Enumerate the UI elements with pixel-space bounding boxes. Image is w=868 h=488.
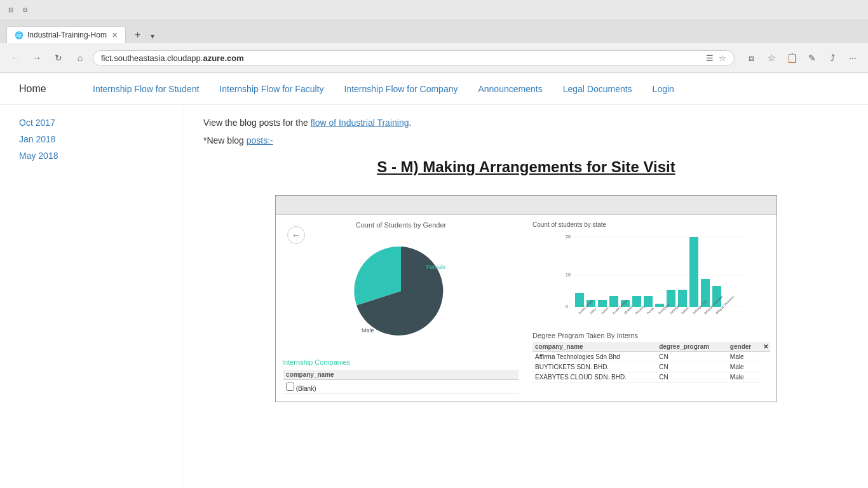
x-label-2: Johor xyxy=(588,306,597,315)
y-label-10: 10 xyxy=(566,273,571,277)
nav-link-company[interactable]: Internship Flow for Company xyxy=(334,74,468,104)
female-label: Female xyxy=(426,264,445,270)
gender-3: Male xyxy=(728,372,761,383)
sidebar-link-jan2018[interactable]: Jan 2018 xyxy=(19,134,165,144)
sidebar: Oct 2017 Jan 2018 May 2018 xyxy=(0,105,184,486)
degree-row-1: Affirma Technologies Sdn Bhd CN Male xyxy=(532,352,770,362)
address-bar-icons: ☰ ☆ xyxy=(706,53,726,63)
url-bold: azure.com xyxy=(203,53,243,63)
task-view-icon: ⧉ xyxy=(20,6,29,15)
new-blog-link[interactable]: posts:- xyxy=(247,135,273,146)
x-label-3: Kedah xyxy=(600,306,609,315)
col-company-name: company_name xyxy=(283,370,519,380)
favorites-toolbar-icon[interactable]: ☆ xyxy=(763,49,780,67)
right-panel: Count of students by state 20 10 0 xyxy=(532,221,770,395)
blog-intro: View the blog posts for the flow of Indu… xyxy=(203,118,849,128)
bar-3 xyxy=(598,300,607,307)
pen-icon[interactable]: ✎ xyxy=(803,49,821,67)
table-row: (Blank) xyxy=(283,381,519,394)
dashboard-header xyxy=(276,196,776,215)
active-tab[interactable]: 🌐 Industrial-Training-Hom ✕ xyxy=(6,26,126,43)
window-controls: ⊟ ⧉ xyxy=(6,6,29,15)
new-blog-prefix: *New blog xyxy=(203,135,247,146)
x-label-7: Perak xyxy=(646,306,654,315)
bar-11 xyxy=(689,237,698,307)
company-3: EXABYTES CLOUD SDN. BHD. xyxy=(532,372,656,383)
more-icon[interactable]: ··· xyxy=(844,49,862,67)
split-view-icon[interactable]: ⧈ xyxy=(742,49,760,67)
reader-icon[interactable]: ☰ xyxy=(706,53,714,63)
male-label: Male xyxy=(362,327,374,334)
degree-table: company_name degree_program gender ✕ Aff… xyxy=(532,342,770,383)
internship-table: company_name (Blank) xyxy=(282,369,520,395)
site-logo: Home xyxy=(19,83,57,95)
favorites-icon[interactable]: ☆ xyxy=(719,53,726,63)
window-icon: ⊟ xyxy=(6,6,15,15)
toolbar-icons: ⧈ ☆ 📋 ✎ ⤴ ··· xyxy=(742,49,862,67)
intro-link[interactable]: flow of Industrial Training xyxy=(311,118,409,128)
x-label-10: Sabah xyxy=(680,306,689,315)
nav-link-legal[interactable]: Legal Documents xyxy=(553,74,642,104)
degree-row-2: BUYTICKETS SDN. BHD. CN Male xyxy=(532,362,770,372)
address-bar[interactable]: fict.southeastasia.cloudapp.azure.com ☰ … xyxy=(93,50,735,66)
home-button[interactable]: ⌂ xyxy=(71,49,89,67)
bar-4 xyxy=(609,296,618,307)
sidebar-link-may2018[interactable]: May 2018 xyxy=(19,151,165,161)
col-gender: gender xyxy=(728,342,761,352)
nav-item-faculty[interactable]: Internship Flow for Faculty xyxy=(209,74,334,104)
blank-checkbox[interactable] xyxy=(286,383,294,391)
company-2: BUYTICKETS SDN. BHD. xyxy=(532,362,656,372)
col-close: ✕ xyxy=(761,342,770,352)
internship-table-section: Internship Companies company_name xyxy=(282,358,520,395)
tab-list-button[interactable]: ▾ xyxy=(146,29,159,43)
col-degree: degree_program xyxy=(656,342,728,352)
tab-favicon: 🌐 xyxy=(15,31,24,39)
col-company: company_name xyxy=(532,342,656,352)
gender-1: Male xyxy=(728,352,761,362)
pie-chart-svg: Female Male xyxy=(337,234,465,348)
tab-bar: 🌐 Industrial-Training-Hom ✕ + ▾ xyxy=(0,20,868,43)
back-button[interactable]: ← xyxy=(6,49,24,67)
browser-chrome: ⊟ ⧉ 🌐 Industrial-Training-Hom ✕ + ▾ ← → … xyxy=(0,0,868,73)
pie-chart-title: Count of Students by Gender xyxy=(356,221,446,229)
left-panel: ← Count of Students by Gender Fema xyxy=(282,221,520,395)
y-label-0: 0 xyxy=(566,304,568,309)
nav-link-student[interactable]: Internship Flow for Student xyxy=(83,74,209,104)
nav-link-faculty[interactable]: Internship Flow for Faculty xyxy=(209,74,334,104)
bar-10 xyxy=(678,290,687,307)
new-tab-button[interactable]: + xyxy=(130,27,146,43)
nav-item-login[interactable]: Login xyxy=(642,74,684,104)
forward-button[interactable]: → xyxy=(28,49,46,67)
sidebar-link-oct2017[interactable]: Oct 2017 xyxy=(19,118,165,128)
intro-text: View the blog posts for the xyxy=(203,118,311,128)
degree-table-title: Degree Program Taken By Interns xyxy=(532,332,770,339)
nav-link-announcements[interactable]: Announcements xyxy=(468,74,552,104)
dashboard-container: ← Count of Students by Gender Fema xyxy=(275,195,777,402)
nav-item-legal[interactable]: Legal Documents xyxy=(553,74,642,104)
internship-table-title: Internship Companies xyxy=(282,358,520,366)
pie-chart-area: Count of Students by Gender Female Male xyxy=(282,221,520,348)
degree-table-section: Degree Program Taken By Interns company_… xyxy=(532,332,770,383)
reading-list-icon[interactable]: 📋 xyxy=(783,49,801,67)
degree-2: CN xyxy=(656,362,728,372)
nav-menu: Internship Flow for Student Internship F… xyxy=(83,74,684,104)
nav-item-student[interactable]: Internship Flow for Student xyxy=(83,74,209,104)
address-bar-row: ← → ↻ ⌂ fict.southeastasia.cloudapp.azur… xyxy=(0,43,868,72)
degree-3: CN xyxy=(656,372,728,383)
blank-row: (Blank) xyxy=(283,381,519,394)
nav-item-announcements[interactable]: Announcements xyxy=(468,74,552,104)
gender-2: Male xyxy=(728,362,761,372)
share-icon[interactable]: ⤴ xyxy=(824,49,841,67)
degree-1: CN xyxy=(656,352,728,362)
tab-close-button[interactable]: ✕ xyxy=(112,31,118,39)
nav-item-company[interactable]: Internship Flow for Company xyxy=(334,74,468,104)
reload-button[interactable]: ↻ xyxy=(50,49,67,67)
intro-end: . xyxy=(409,118,411,128)
url-prefix: fict.southeastasia.cloudapp. xyxy=(101,53,203,63)
bar-1 xyxy=(575,293,584,307)
url-text: fict.southeastasia.cloudapp.azure.com xyxy=(101,53,701,63)
degree-row-3: EXABYTES CLOUD SDN. BHD. CN Male xyxy=(532,372,770,383)
titlebar: ⊟ ⧉ xyxy=(0,0,868,20)
nav-link-login[interactable]: Login xyxy=(642,74,684,104)
y-label-20: 20 xyxy=(566,234,571,239)
